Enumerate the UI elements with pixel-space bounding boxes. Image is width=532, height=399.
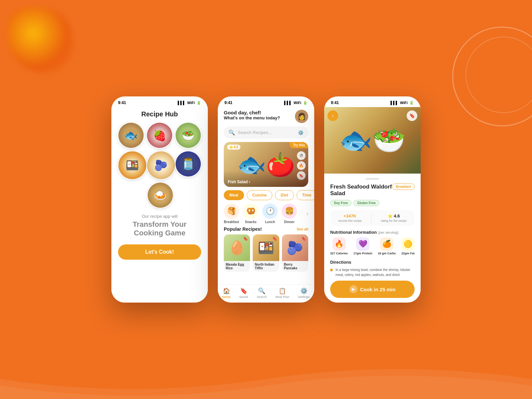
popular-card-img-1: 🥚 🔖	[224, 234, 250, 261]
saved-nav-label: Saved	[239, 295, 248, 299]
stats-divider	[371, 213, 371, 222]
bg-blob-left	[7, 7, 73, 73]
nav-search[interactable]: 🔍 Search	[257, 287, 267, 299]
search-icon: 🔍	[228, 129, 235, 136]
food-img-2: 🍓	[147, 123, 172, 148]
category-breakfast[interactable]: 🥞 Breakfast	[224, 203, 239, 224]
rating-badge: ⭐ 4.5	[227, 145, 240, 150]
food-img-7: 🍛	[148, 183, 173, 208]
featured-card[interactable]: 🐟🍅 Try this ⭐ 4.5 ⏱ 🔥 🔖 Fish Salad ›	[224, 142, 308, 187]
diet-tag-glutenfree: Gluten Free	[353, 200, 379, 206]
filter-tab-diet[interactable]: Diet	[275, 190, 294, 200]
stat-recooks: +347K recook this recipe	[338, 213, 362, 222]
clock-icon[interactable]: ⏱	[297, 151, 306, 160]
lunch-icon-circle: 🕐	[262, 203, 278, 219]
dinner-label: Dinner	[284, 220, 295, 224]
try-this-badge: Try this	[290, 142, 308, 148]
filter-tabs: Meal Cuisine Diet Time	[218, 190, 314, 203]
recipe-hero-image: 🐟🥗 ‹ 🔖	[324, 107, 421, 174]
search-placeholder-text: Search Recipes...	[238, 130, 295, 135]
nav-saved[interactable]: 🔖 Saved	[239, 287, 248, 299]
bookmark-icon-2[interactable]: 🔖	[272, 236, 277, 241]
fire-icon[interactable]: 🔥	[297, 161, 306, 170]
wifi-icon: WiFi	[187, 101, 195, 105]
popular-card-name-1: Masala Egg Rice	[224, 261, 250, 272]
dinner-icon-circle: 🍔	[282, 203, 297, 219]
greeting-block: Good day, chef! What's on the menu today…	[224, 110, 280, 120]
bookmark-icon-3[interactable]: 🔖	[301, 236, 306, 241]
phone-home: 9:41 ▌▌▌ WiFi 🔋 Good day, chef! What's o…	[218, 96, 314, 303]
food-circle-4: 🍱	[118, 151, 147, 180]
search-bar[interactable]: 🔍 Search Recipes... ⚙️	[224, 126, 308, 139]
drag-handle	[366, 178, 379, 180]
user-avatar[interactable]: 👩	[295, 110, 308, 123]
recipe-title: Fresh Seafood Waldorf Salad	[330, 184, 392, 197]
rating-display: ⭐ 4.6	[388, 213, 400, 218]
back-button[interactable]: ‹	[328, 110, 338, 121]
breakfast-label: Breakfast	[224, 220, 239, 224]
fat-value: 22gm Fat	[401, 252, 415, 255]
star-icon: ⭐	[229, 145, 233, 149]
popular-section: Popular Recipes! See all 🥚 🔖 Masala Egg …	[218, 226, 314, 284]
hero-bookmark-button[interactable]: 🔖	[407, 110, 417, 121]
popular-header: Popular Recipes! See all	[224, 226, 308, 232]
main-text: Transform Your Cooking Game	[133, 220, 187, 238]
recooks-value: +347K	[343, 213, 356, 218]
filter-icon[interactable]: ⚙️	[298, 130, 304, 135]
cook-button[interactable]: ▶ Cook in 25 min	[330, 281, 415, 298]
category-dinner[interactable]: 🍔 Dinner	[282, 203, 297, 224]
categories-chevron[interactable]: ›	[307, 211, 308, 217]
rating-value-detail: 4.6	[394, 213, 400, 218]
settings-nav-label: Settings	[298, 295, 310, 299]
food-img-3: 🥗	[176, 123, 201, 148]
popular-card-name-2: North Indian Tiffin	[253, 261, 279, 272]
signal-icon: ▌▌▌	[178, 101, 185, 105]
stat-rating: ⭐ 4.6 rating for the recipe	[381, 213, 407, 222]
nutrition-fat: 🟡 22gm Fat	[401, 237, 415, 255]
battery-icon: 🔋	[197, 101, 201, 105]
home-nav-icon: 🏠	[223, 287, 230, 295]
food-circle-3: 🥗	[175, 122, 201, 149]
breakfast-icon-circle: 🥞	[224, 203, 239, 219]
category-lunch[interactable]: 🕐 Lunch	[262, 203, 278, 224]
nav-settings[interactable]: ⚙️ Settings	[298, 287, 310, 299]
diet-tags: Soy Free Gluten Free	[330, 200, 415, 206]
lets-cook-button[interactable]: Let's Cook!	[118, 244, 201, 260]
popular-card-2[interactable]: 🍱 🔖 North Indian Tiffin	[253, 234, 279, 272]
mealplan-nav-label: Meal Plan	[276, 295, 290, 299]
category-items: 🥞 Breakfast 🥨 Snacks 🕐 Lunch 🍔 Dinner	[224, 203, 308, 224]
mealplan-nav-icon: 📋	[279, 287, 286, 295]
filter-tab-time[interactable]: Time	[297, 190, 314, 200]
see-all-link[interactable]: See all	[297, 227, 308, 231]
phones-container: 9:41 ▌▌▌ WiFi 🔋 Recipe Hub 🐟 🍓 🥗	[111, 96, 421, 303]
status-bar-1: 9:41 ▌▌▌ WiFi 🔋	[111, 96, 208, 107]
food-circle-6: 🫙	[175, 151, 201, 177]
nav-mealplan[interactable]: 📋 Meal Plan	[276, 287, 290, 299]
recipe-detail-body: Fresh Seafood Waldorf Salad Breakfast So…	[324, 174, 421, 277]
greeting-line1: Good day, chef!	[224, 110, 280, 115]
splash-content: Recipe Hub 🐟 🍓 🥗 🍱 🫐	[111, 107, 208, 303]
battery-icon-3: 🔋	[409, 101, 414, 105]
popular-card-1[interactable]: 🥚 🔖 Masala Egg Rice	[224, 234, 250, 272]
category-snacks[interactable]: 🥨 Snacks	[243, 203, 258, 224]
popular-card-3[interactable]: 🫐 🔖 Berry Pancake	[282, 234, 308, 272]
bookmark-small-icon[interactable]: 🔖	[297, 171, 306, 180]
nav-home[interactable]: 🏠 Home	[222, 287, 230, 299]
tagline: Our recipe app will	[142, 214, 178, 219]
status-icons-2: ▌▌▌ WiFi 🔋	[284, 101, 308, 105]
nutrition-carbs: 🍊 18 gm Carbs	[378, 237, 396, 255]
bookmark-icon-1[interactable]: 🔖	[243, 236, 248, 241]
food-img-6: 🫙	[176, 151, 201, 177]
diet-tag-soyfree: Soy Free	[330, 200, 351, 206]
food-img-4: 🍱	[118, 151, 146, 179]
category-section: 🥞 Breakfast 🥨 Snacks 🕐 Lunch 🍔 Dinner	[218, 203, 314, 226]
filter-tab-cuisine[interactable]: Cuisine	[247, 190, 272, 200]
filter-tab-meal[interactable]: Meal	[224, 190, 244, 200]
saved-nav-icon: 🔖	[240, 287, 247, 295]
popular-title: Popular Recipes!	[224, 226, 262, 232]
settings-nav-icon: ⚙️	[300, 287, 308, 295]
phone-detail: 9:41 ▌▌▌ WiFi 🔋 🐟🥗 ‹ 🔖 Fresh Seafood Wal…	[324, 96, 421, 303]
recooks-label: recook this recipe	[338, 219, 362, 222]
calories-icon: 🔥	[332, 237, 346, 251]
bg-wave	[0, 359, 532, 399]
